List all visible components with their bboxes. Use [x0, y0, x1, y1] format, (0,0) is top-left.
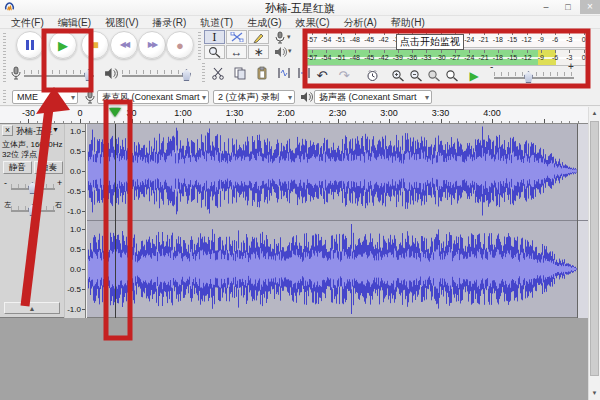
ruler-tick	[415, 121, 416, 123]
redo-button[interactable]: ↷	[334, 67, 354, 84]
copy-button[interactable]	[230, 64, 250, 81]
speaker-icon	[300, 91, 313, 103]
ruler-tick	[37, 121, 38, 123]
menu-item-5[interactable]: 生成(G)	[240, 16, 288, 28]
track-menu-caret-icon[interactable]: ▼	[52, 126, 59, 133]
paste-icon	[255, 66, 269, 80]
play-at-speed-button[interactable]: ▶	[464, 67, 484, 84]
solo-button[interactable]: 独奏	[34, 161, 63, 174]
zoom-in-button[interactable]	[388, 67, 408, 84]
menu-item-2[interactable]: 视图(V)	[98, 16, 145, 28]
silence-button[interactable]	[294, 64, 314, 81]
ruler-tick	[449, 121, 450, 123]
play-button[interactable]: ▶	[49, 31, 77, 59]
record-icon: ●	[176, 39, 184, 52]
meter-tick	[355, 32, 356, 35]
audio-host-select[interactable]: MME ▾	[12, 90, 78, 104]
timeshift-icon: ↔	[231, 45, 243, 59]
meter-db-label: -12	[521, 54, 531, 61]
magnifier-icon	[208, 46, 221, 58]
ruler-tick	[329, 121, 330, 123]
waveform-region[interactable]	[87, 124, 588, 318]
input-volume-slider[interactable]	[24, 70, 94, 74]
device-grip[interactable]	[3, 90, 6, 104]
cut-button[interactable]	[208, 64, 228, 81]
menu-item-0[interactable]: 文件(F)	[4, 16, 51, 28]
vertical-scrollbar[interactable]: ▲ ▼	[588, 107, 600, 400]
pause-button[interactable]	[16, 31, 44, 59]
ruler-tick	[80, 119, 81, 123]
meter-tick	[412, 50, 413, 53]
recording-meter[interactable]: -57-54-51-48-45-42-39-36-33-30-27-24-21-…	[303, 49, 588, 66]
meter-db-label: -45	[364, 36, 374, 43]
ruler-tick	[114, 121, 115, 123]
undo-button[interactable]: ↶	[312, 67, 332, 84]
stop-button[interactable]: ■	[81, 31, 109, 59]
stereo-waveform	[87, 124, 588, 318]
menu-item-4[interactable]: 轨道(T)	[193, 16, 240, 28]
menu-item-7[interactable]: 分析(A)	[336, 16, 383, 28]
maximize-button[interactable]: □	[558, 0, 578, 14]
track-collapse-button[interactable]: ▲	[4, 302, 60, 314]
envelope-tool-button[interactable]	[226, 30, 247, 44]
menu-item-8[interactable]: 帮助(H)	[384, 16, 432, 28]
ruler-tick	[20, 121, 21, 123]
minimize-button[interactable]: –	[536, 0, 556, 14]
close-button[interactable]: ×	[580, 0, 600, 14]
ruler-tick	[183, 119, 184, 123]
menu-item-6[interactable]: 效果(C)	[289, 16, 337, 28]
menu-item-1[interactable]: 编辑(E)	[51, 16, 98, 28]
meter-db-label: -27	[450, 54, 460, 61]
selection-tool-button[interactable]: I	[204, 30, 225, 44]
ruler-tick	[123, 121, 124, 123]
ruler-tick	[217, 121, 218, 123]
zoom-tool-button[interactable]	[204, 45, 225, 59]
meter-db-label: 0	[582, 36, 586, 43]
sync-lock-button[interactable]	[362, 67, 382, 84]
zoom-fit-button[interactable]	[442, 67, 462, 84]
scale-tick	[82, 229, 85, 230]
scroll-down-icon[interactable]: ▼	[589, 387, 600, 400]
skip-start-button[interactable]: ◀◀	[110, 31, 138, 59]
meter-db-label: -33	[421, 54, 431, 61]
stop-icon: ■	[91, 39, 98, 51]
multi-tool-button[interactable]: ∗	[248, 45, 269, 59]
ruler-time-label: -30	[22, 108, 35, 118]
ruler-tick	[389, 119, 390, 123]
meter-tick	[484, 32, 485, 35]
scale-label: 0.5	[70, 147, 81, 156]
recording-device-select[interactable]: 麦克风 (Conexant Smart ▾	[97, 90, 209, 104]
ruler-tick	[466, 121, 467, 123]
empty-track-area[interactable]	[0, 318, 588, 400]
zoom-selection-button[interactable]	[424, 67, 444, 84]
vertical-scale[interactable]: 1.00.50.0-0.5-1.01.00.50.0-0.5-1.0	[64, 124, 86, 318]
track-close-button[interactable]: ×	[2, 125, 13, 136]
playback-speed-slider[interactable]	[494, 72, 574, 76]
scroll-up-icon[interactable]: ▲	[589, 107, 600, 120]
playhead-cursor-icon[interactable]	[109, 108, 121, 117]
ruler-tick	[46, 121, 47, 123]
timeline-ruler[interactable]: -300301:001:302:002:303:003:304:00	[0, 107, 588, 124]
meter-db-label: -12	[521, 36, 531, 43]
draw-tool-button[interactable]	[248, 30, 269, 44]
paste-button[interactable]	[252, 64, 272, 81]
edit-grip[interactable]	[202, 63, 205, 83]
scale-label: 0.0	[70, 167, 81, 176]
scrollbar-thumb[interactable]	[590, 121, 599, 376]
output-volume-slider[interactable]	[122, 70, 190, 74]
trim-button[interactable]	[274, 64, 294, 81]
ruler-tick	[226, 121, 227, 123]
play-meter-toggle[interactable]: ▾	[274, 46, 287, 58]
mixer-grip[interactable]	[3, 63, 6, 83]
mute-button[interactable]: 静音	[3, 161, 32, 174]
skip-end-button[interactable]: ▶▶	[138, 31, 166, 59]
meter-db-label: -48	[350, 36, 360, 43]
menu-item-3[interactable]: 播录(R)	[145, 16, 193, 28]
record-button[interactable]: ●	[166, 31, 194, 59]
playback-device-select[interactable]: 扬声器 (Conexant Smart ▾	[314, 90, 432, 104]
timeshift-tool-button[interactable]: ↔	[226, 45, 247, 59]
record-meter-toggle[interactable]: ▾	[274, 31, 286, 44]
tools-grip[interactable]	[198, 32, 201, 60]
recording-channels-select[interactable]: 2 (立体声) 录制 ▾	[213, 90, 295, 104]
zoom-out-button[interactable]	[406, 67, 426, 84]
